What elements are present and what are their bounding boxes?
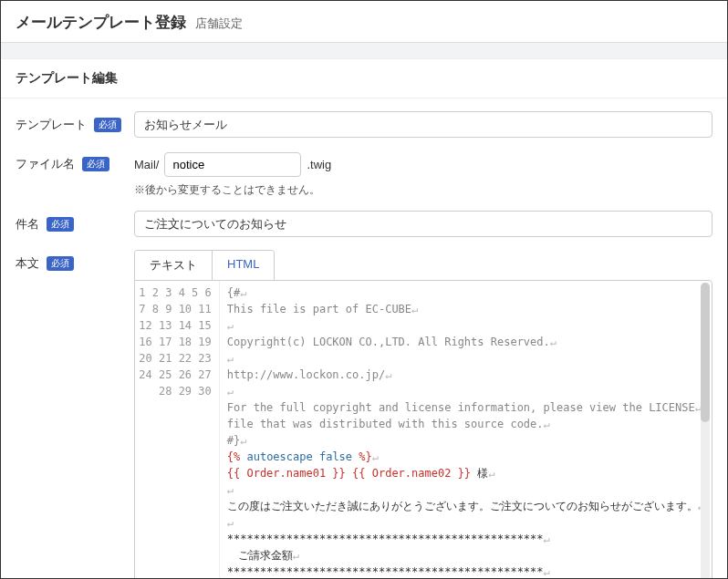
vertical-scrollbar[interactable]: [701, 283, 710, 579]
section-title: テンプレート編集: [1, 59, 727, 98]
page-title: メールテンプレート登録: [16, 14, 186, 31]
page-header: メールテンプレート登録 店舗設定: [1, 1, 727, 43]
filename-prefix: Mail/: [134, 158, 159, 171]
page-subtitle: 店舗設定: [195, 16, 243, 30]
scrollbar-thumb[interactable]: [701, 283, 710, 422]
label-template: テンプレート 必須: [16, 111, 134, 133]
label-filename: ファイル名 必須: [16, 150, 134, 172]
label-subject: 件名 必須: [16, 211, 134, 233]
required-badge: 必須: [47, 217, 74, 232]
template-input[interactable]: [134, 111, 712, 138]
body-tabs: テキスト HTML: [134, 250, 275, 280]
required-badge: 必須: [47, 256, 74, 271]
tab-text[interactable]: テキスト: [135, 251, 212, 280]
editor-gutter: 1 2 3 4 5 6 7 8 9 10 11 12 13 14 15 16 1…: [135, 281, 220, 579]
header-gap: [1, 43, 727, 59]
subject-input[interactable]: [134, 211, 712, 237]
label-body: 本文 必須: [16, 250, 134, 272]
filename-input[interactable]: [164, 152, 301, 177]
code-editor[interactable]: 1 2 3 4 5 6 7 8 9 10 11 12 13 14 15 16 1…: [134, 280, 712, 579]
editor-code[interactable]: {#↵ This file is part of EC-CUBE↵ ↵ Copy…: [220, 281, 712, 579]
tab-html[interactable]: HTML: [212, 251, 274, 280]
filename-help: ※後から変更することはできません。: [134, 182, 712, 198]
required-badge: 必須: [82, 157, 109, 171]
required-badge: 必須: [94, 118, 121, 132]
filename-suffix: .twig: [307, 158, 331, 171]
